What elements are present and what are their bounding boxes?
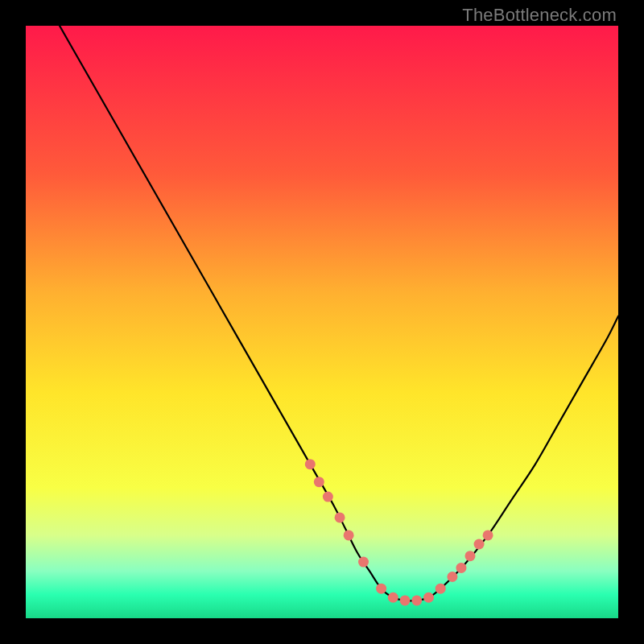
highlight-dot — [376, 584, 386, 594]
plot-area — [26, 26, 618, 618]
highlight-dot — [358, 557, 369, 568]
chart-container: TheBottleneck.com — [0, 0, 644, 644]
highlight-dot — [447, 572, 457, 582]
bottleneck-curve — [26, 26, 618, 601]
watermark-text: TheBottleneck.com — [462, 5, 617, 26]
highlight-dot — [344, 530, 354, 540]
highlight-dot — [465, 551, 476, 561]
curve-layer — [26, 26, 618, 618]
highlight-dot — [456, 563, 466, 573]
highlight-dot — [436, 584, 446, 594]
highlight-dot — [335, 512, 345, 522]
highlight-dot — [411, 595, 422, 605]
highlight-dot — [474, 539, 485, 550]
highlight-dot — [400, 595, 411, 605]
highlight-dot — [323, 492, 333, 502]
highlight-dots — [305, 459, 493, 605]
highlight-dot — [305, 459, 316, 469]
highlight-dot — [483, 530, 493, 540]
highlight-dot — [388, 592, 398, 603]
highlight-dot — [423, 592, 434, 603]
highlight-dot — [314, 477, 324, 487]
